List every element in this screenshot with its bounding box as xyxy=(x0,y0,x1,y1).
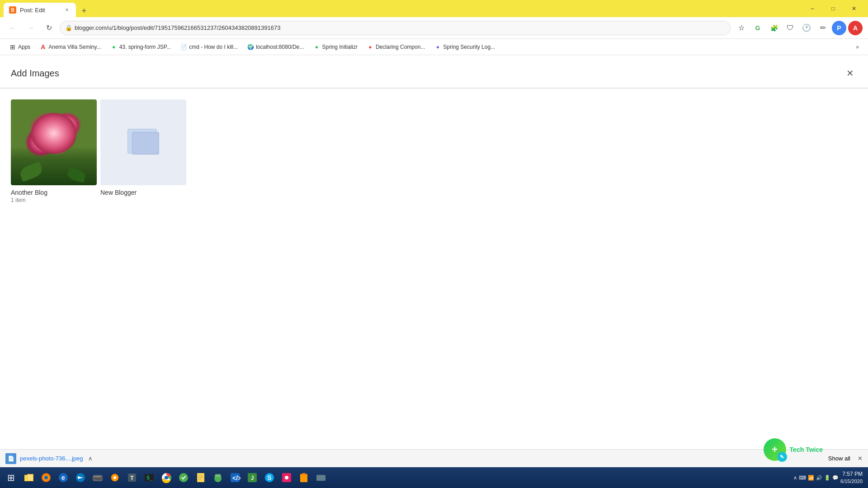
taskbar-frog[interactable] xyxy=(210,469,226,486)
taskbar-skype[interactable]: S xyxy=(261,469,278,486)
maximize-button[interactable]: □ xyxy=(823,0,844,17)
bookmark-apps[interactable]: ⊞ Apps xyxy=(5,42,34,52)
svg-rect-9 xyxy=(93,475,102,481)
rose-thumbnail-image xyxy=(11,99,97,185)
forward-button[interactable]: → xyxy=(24,21,38,35)
album-card-new-blogger[interactable]: New Blogger xyxy=(100,99,186,203)
album-card-another-blog[interactable]: Another Blog 1 item xyxy=(11,99,97,203)
account-icon[interactable]: A xyxy=(848,21,863,35)
refresh-button[interactable]: ↻ xyxy=(42,21,56,35)
bookmark-apps-label: Apps xyxy=(18,44,30,50)
album-thumbnail-new-blogger[interactable] xyxy=(100,99,186,185)
download-filename[interactable]: pexels-photo-736....jpeg xyxy=(20,455,83,462)
svg-point-21 xyxy=(165,476,168,479)
close-dialog-button[interactable]: ✕ xyxy=(843,66,857,80)
taskbar-keyboard2[interactable] xyxy=(313,469,329,486)
svg-text:$_: $_ xyxy=(146,474,153,481)
bookmark-declaring[interactable]: ● Declaring Compon... xyxy=(363,42,429,52)
back-button[interactable]: ← xyxy=(5,21,20,35)
taskbar-green-app[interactable] xyxy=(175,469,192,486)
address-input[interactable] xyxy=(60,21,731,35)
close-download-bar-button[interactable]: ✕ xyxy=(858,455,863,462)
svg-text:T: T xyxy=(130,475,134,481)
svg-point-22 xyxy=(179,473,188,482)
svg-point-5 xyxy=(44,476,48,479)
taskbar-vscode[interactable]: </> xyxy=(227,469,243,486)
watermark: + ✎ Tech Twice xyxy=(764,438,823,461)
bookmarks-more-button[interactable]: » xyxy=(852,42,863,52)
taskbar-ie[interactable]: e xyxy=(55,469,71,486)
taskbar-chrome[interactable] xyxy=(158,469,175,486)
system-tray: ∧ ⌨ 📶 🔊 🔋 💬 7:57 PM 6/15/2020 xyxy=(793,470,866,485)
bookmark-spring-form[interactable]: ● 43. spring-form JSP... xyxy=(107,42,175,52)
extension-icon[interactable]: 🧩 xyxy=(767,21,781,35)
taskbar-paint[interactable] xyxy=(278,469,295,486)
profile-icon[interactable]: P xyxy=(832,21,846,35)
shield-icon[interactable]: 🛡 xyxy=(783,21,797,35)
tab-close-button[interactable]: × xyxy=(63,6,71,14)
taskbar-tools[interactable] xyxy=(107,469,123,486)
new-tab-button[interactable]: + xyxy=(78,5,90,17)
clock-icon[interactable]: 🕐 xyxy=(799,21,814,35)
album-thumbnail-another-blog[interactable] xyxy=(11,99,97,185)
album-new-blogger-name: New Blogger xyxy=(100,189,186,196)
window-controls: – □ ✕ xyxy=(802,0,864,17)
svg-point-32 xyxy=(216,475,217,476)
svg-point-15 xyxy=(113,476,116,479)
download-chevron-icon[interactable]: ∧ xyxy=(88,455,93,462)
system-clock[interactable]: 7:57 PM 6/15/2020 xyxy=(840,470,863,485)
svg-text:S: S xyxy=(267,474,271,481)
active-tab[interactable]: B Post: Edit × xyxy=(4,3,76,17)
taskbar-file-explorer[interactable] xyxy=(21,469,37,486)
tray-volume-icon[interactable]: 🔊 xyxy=(816,475,822,481)
grammarly-icon[interactable]: G xyxy=(750,21,765,35)
taskbar-notes[interactable] xyxy=(193,469,209,486)
tray-network-icon[interactable]: 📶 xyxy=(808,475,814,481)
tray-keyboard-icon[interactable]: ⌨ xyxy=(799,475,806,481)
tab-favicon: B xyxy=(9,6,16,14)
watermark-pencil-icon: ✎ xyxy=(777,452,787,462)
localhost-favicon: 🌍 xyxy=(247,43,254,51)
tab-title: Post: Edit xyxy=(20,7,60,14)
bookmark-spring-init[interactable]: ● Spring Initializr xyxy=(309,42,361,52)
taskbar-java[interactable]: J xyxy=(244,469,260,486)
bookmark-declaring-label: Declaring Compon... xyxy=(376,44,425,50)
taskbar-firefox[interactable] xyxy=(38,469,54,486)
rose-center xyxy=(31,113,76,154)
bookmark-cmd[interactable]: 📄 cmd - How do I kill... xyxy=(176,42,241,52)
svg-rect-43 xyxy=(302,473,306,475)
show-hidden-icons-button[interactable]: ∧ xyxy=(793,475,797,481)
eyedropper-icon[interactable]: ✏ xyxy=(816,21,830,35)
start-button[interactable]: ⊞ xyxy=(2,469,20,486)
bookmarks-bar: ⊞ Apps A Anema Villa Seminy... ● 43. spr… xyxy=(0,39,868,55)
bookmark-localhost[interactable]: 🌍 localhost:8080/De... xyxy=(243,42,307,52)
address-wrapper: 🔒 xyxy=(60,21,731,35)
taskbar-thunderbird[interactable] xyxy=(72,469,89,486)
tray-battery-icon[interactable]: 🔋 xyxy=(824,475,830,481)
svg-point-33 xyxy=(219,475,220,476)
svg-text:</>: </> xyxy=(232,474,241,482)
show-all-downloads-button[interactable]: Show all xyxy=(828,455,850,462)
svg-rect-10 xyxy=(94,476,95,477)
taskbar-terminal[interactable]: $_ xyxy=(141,469,157,486)
svg-rect-12 xyxy=(98,476,99,477)
svg-rect-42 xyxy=(300,474,307,482)
bookmark-spring-security[interactable]: ● Spring Security Log... xyxy=(430,42,499,52)
taskbar: ⊞ e xyxy=(0,467,868,488)
taskbar-keyboard[interactable] xyxy=(90,469,106,486)
clock-time: 7:57 PM xyxy=(840,470,863,478)
tray-action-center[interactable]: 💬 xyxy=(832,475,839,481)
download-file-icon: 📄 xyxy=(5,453,16,464)
taskbar-unknown1[interactable]: T xyxy=(124,469,140,486)
tab-bar: B Post: Edit × + xyxy=(4,0,90,17)
svg-rect-44 xyxy=(316,475,326,481)
svg-rect-2 xyxy=(28,474,33,481)
bookmark-spring-form-label: 43. spring-form JSP... xyxy=(119,44,171,50)
close-window-button[interactable]: ✕ xyxy=(844,0,864,17)
minimize-button[interactable]: – xyxy=(802,0,823,17)
taskbar-clipboard[interactable] xyxy=(296,469,312,486)
bookmark-anema[interactable]: A Anema Villa Seminy... xyxy=(36,42,104,52)
svg-text:J: J xyxy=(251,475,254,481)
album-placeholder xyxy=(100,99,186,185)
bookmark-star-icon[interactable]: ☆ xyxy=(734,21,749,35)
